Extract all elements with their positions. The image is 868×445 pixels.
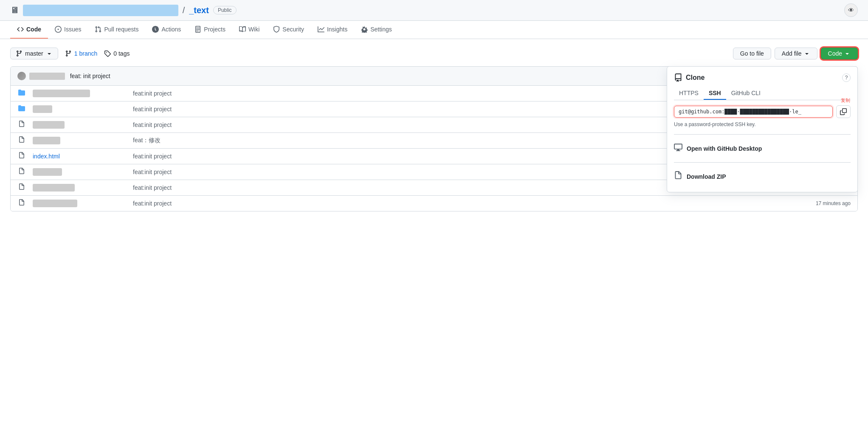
repo-title: 🖥 ████ ██·███·███ ████████ / _text Publi… [10, 5, 237, 16]
goto-file-label: Go to file [740, 50, 764, 57]
branch-selector[interactable]: master [10, 48, 58, 59]
commit-message-cell: feat:init project [133, 200, 784, 207]
tab-projects[interactable]: Projects [188, 21, 232, 39]
clone-tab-cli[interactable]: GitHub CLI [726, 87, 766, 100]
desktop-icon [674, 143, 682, 154]
branch-info: 1 branch [65, 50, 98, 57]
chevron-down-icon [46, 50, 53, 57]
file-name-blurred: ████·█·███ [33, 184, 75, 192]
tab-wiki[interactable]: Wiki [232, 21, 266, 39]
file-name-blurred: █·████ [33, 137, 60, 144]
add-file-button[interactable]: Add file [775, 48, 817, 59]
public-badge: Public [213, 6, 237, 14]
file-icon [17, 168, 26, 176]
file-name-cell: ████·████████ [33, 90, 126, 97]
toolbar: master 1 branch 0 tags Go to file Add fi… [10, 48, 858, 59]
code-button-label: Code [828, 50, 842, 57]
tab-actions[interactable]: Actions [145, 21, 188, 39]
tab-pullrequests[interactable]: Pull requests [88, 21, 145, 39]
clone-tab-https[interactable]: HTTPS [674, 87, 704, 100]
clone-option-zip[interactable]: Download ZIP [674, 168, 851, 185]
file-name-blurred: ███·█·█ [33, 168, 62, 176]
file-name-cell: ████·█·███ [33, 184, 126, 191]
tab-projects-label: Projects [204, 26, 225, 33]
folder-icon [17, 105, 26, 113]
insights-icon [318, 26, 324, 33]
tags-count-link[interactable]: 0 tags [113, 50, 130, 57]
pullrequest-icon [95, 26, 101, 33]
repo-owner-blurred: ████ ██·███·███ ████████ [23, 5, 178, 16]
clone-url-input[interactable] [674, 106, 833, 118]
clone-protocol-tabs: HTTPS SSH GitHub CLI [674, 87, 851, 100]
clone-help-button[interactable]: ? [842, 73, 851, 82]
copy-icon [840, 108, 847, 115]
branch-icon [16, 50, 23, 57]
tab-security-label: Security [282, 26, 304, 33]
watch-button[interactable]: 👁 [844, 3, 858, 17]
tab-issues-label: Issues [64, 26, 81, 33]
file-icon [17, 136, 26, 145]
tab-actions-label: Actions [161, 26, 181, 33]
commit-avatar [17, 72, 26, 80]
goto-file-button[interactable]: Go to file [733, 48, 771, 59]
top-bar: 🖥 ████ ██·███·███ ████████ / _text Publi… [0, 0, 868, 21]
clone-title-label: Clone [686, 74, 705, 82]
clone-icon [674, 73, 682, 82]
file-name-cell: █████·████ [33, 200, 126, 207]
clone-url-row: 复制 [674, 105, 851, 118]
commit-author-blurred: ████████ [29, 73, 65, 80]
file-name-blurred: ██·████ [33, 121, 65, 129]
repo-computer-icon: 🖥 [10, 6, 19, 15]
tags-info: 0 tags [104, 50, 130, 57]
tab-security[interactable]: Security [266, 21, 311, 39]
settings-icon [361, 26, 368, 33]
file-name-blurred: ███· [33, 105, 52, 113]
tab-insights[interactable]: Insights [311, 21, 354, 39]
clone-dropdown: Clone ? HTTPS SSH GitHub CLI 复制 [667, 66, 858, 192]
tab-pullrequests-label: Pull requests [104, 26, 138, 33]
main-content: master 1 branch 0 tags Go to file Add fi… [0, 39, 868, 220]
tab-code-label: Code [26, 26, 41, 33]
security-icon [273, 26, 280, 33]
file-icon [17, 183, 26, 192]
code-icon [17, 26, 24, 33]
copy-label: 复制 [841, 97, 850, 104]
tab-code[interactable]: Code [10, 21, 48, 39]
folder-icon [17, 89, 26, 98]
tag-icon [104, 50, 111, 57]
file-icon [17, 152, 26, 161]
tab-issues[interactable]: Issues [48, 21, 88, 39]
actions-icon [152, 26, 159, 33]
tab-settings[interactable]: Settings [354, 21, 399, 39]
toolbar-left: master 1 branch 0 tags [10, 48, 130, 59]
clone-option-desktop[interactable]: Open with GitHub Desktop [674, 140, 851, 157]
index-html-link[interactable]: index.html [33, 153, 60, 160]
file-name-blurred: ████·████████ [33, 90, 90, 97]
clone-divider [674, 134, 851, 135]
tab-settings-label: Settings [370, 26, 392, 33]
eye-icon: 👁 [848, 7, 854, 14]
table-row: █████·████ feat:init project 17 minutes … [11, 196, 857, 211]
tab-insights-label: Insights [327, 26, 347, 33]
nav-tabs: Code Issues Pull requests Actions Projec… [0, 21, 868, 39]
desktop-option-label: Open with GitHub Desktop [687, 145, 762, 152]
issues-icon [55, 26, 62, 33]
help-icon-label: ? [845, 75, 848, 81]
projects-icon [194, 26, 201, 33]
branch-name: master [25, 50, 43, 57]
file-name-cell: ██·████ [33, 121, 126, 128]
clone-hint: Use a password-protected SSH key. [674, 121, 851, 127]
repo-name-separator: / [183, 6, 185, 15]
copy-url-button[interactable]: 复制 [836, 105, 851, 118]
code-chevron-icon [844, 50, 851, 57]
clone-tab-ssh[interactable]: SSH [704, 87, 726, 100]
clone-title: Clone [674, 73, 705, 82]
commit-time-cell: 17 minutes ago [791, 200, 851, 206]
zip-option-label: Download ZIP [687, 173, 726, 180]
file-name-cell: index.html [33, 153, 126, 160]
code-button[interactable]: Code [821, 48, 858, 59]
file-name-cell: ███·█·█ [33, 169, 126, 175]
repo-name[interactable]: _text [189, 6, 209, 15]
wiki-icon [239, 26, 246, 33]
branch-count-link[interactable]: 1 branch [74, 50, 98, 57]
